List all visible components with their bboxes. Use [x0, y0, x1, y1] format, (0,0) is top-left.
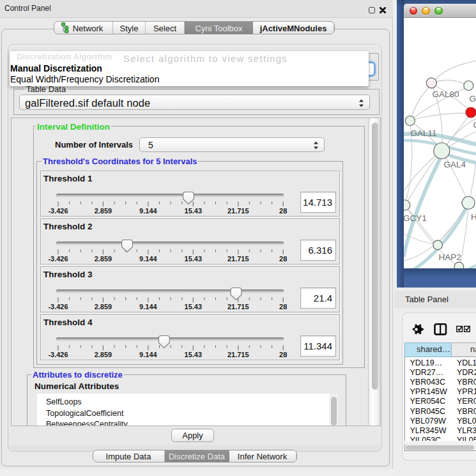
svg-text:28: 28	[279, 303, 287, 311]
svg-text:GAL80: GAL80	[432, 89, 459, 99]
svg-text:28: 28	[279, 351, 287, 358]
svg-text:9.144: 9.144	[139, 207, 157, 215]
svg-text:GAL4: GAL4	[443, 160, 466, 169]
svg-text:21.715: 21.715	[227, 351, 249, 358]
svg-text:HAP2: HAP2	[438, 252, 461, 262]
svg-text:15.43: 15.43	[185, 207, 203, 215]
svg-text:15.43: 15.43	[185, 351, 203, 358]
svg-text:28: 28	[279, 207, 287, 215]
svg-text:-3.426: -3.426	[48, 303, 68, 311]
svg-text:2.859: 2.859	[95, 351, 112, 358]
svg-text:21.715: 21.715	[227, 207, 249, 215]
svg-text:GCY1: GCY1	[404, 213, 427, 223]
svg-text:H: H	[471, 212, 476, 222]
svg-text:21.715: 21.715	[227, 255, 249, 263]
svg-text:-3.426: -3.426	[48, 351, 68, 358]
svg-text:-3.426: -3.426	[48, 255, 68, 263]
svg-text:-3.426: -3.426	[48, 207, 68, 215]
svg-text:9.144: 9.144	[139, 255, 157, 263]
svg-text:CC: CC	[473, 120, 476, 130]
svg-text:21.715: 21.715	[227, 303, 249, 311]
svg-text:GAL: GAL	[469, 94, 476, 104]
svg-text:2.859: 2.859	[95, 255, 112, 263]
svg-text:2.859: 2.859	[95, 207, 112, 215]
svg-text:15.43: 15.43	[185, 303, 203, 311]
svg-text:GAL11: GAL11	[410, 128, 436, 138]
svg-text:9.144: 9.144	[139, 351, 157, 358]
svg-text:15.43: 15.43	[185, 255, 203, 263]
svg-text:9.144: 9.144	[139, 303, 157, 311]
svg-text:28: 28	[279, 255, 287, 263]
svg-text:2.859: 2.859	[95, 303, 112, 311]
